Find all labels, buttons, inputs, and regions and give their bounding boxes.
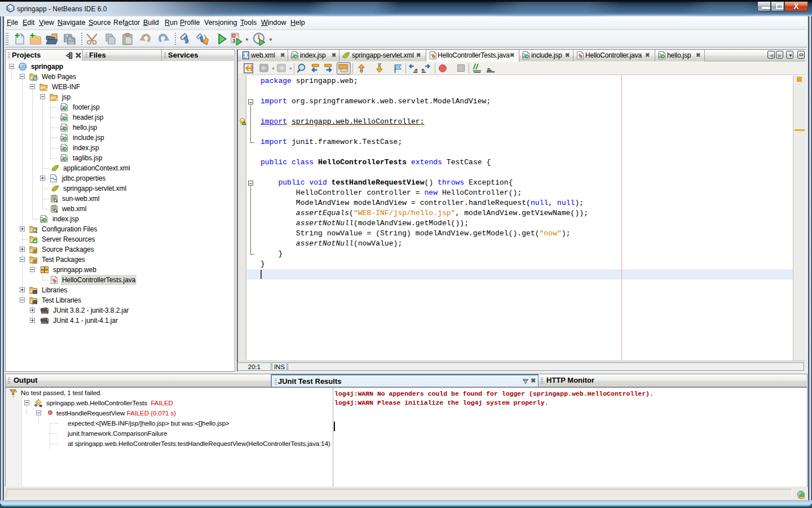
svg-text:3: 3: [232, 38, 235, 43]
